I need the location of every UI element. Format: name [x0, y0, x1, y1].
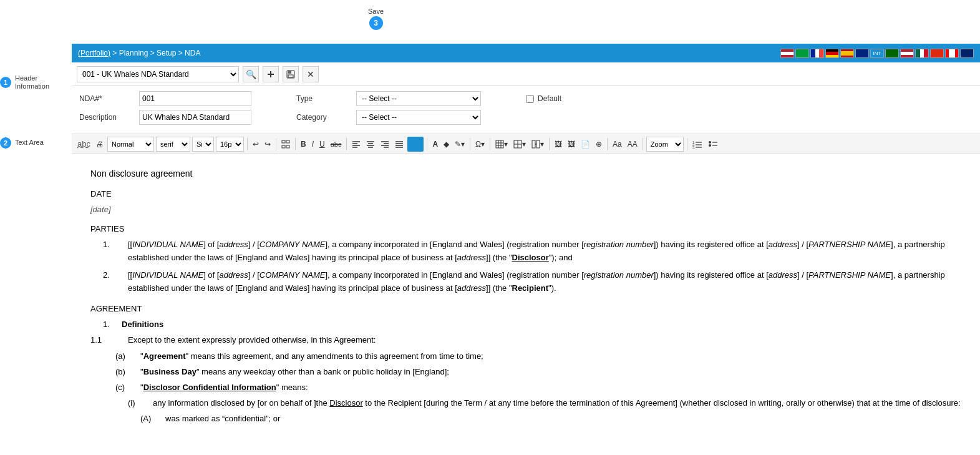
fields-row-2: Description Category -- Select -- [79, 110, 973, 125]
page-wrapper: Save 3 1 Header Information 2 Text Area … [0, 0, 980, 455]
china-flag[interactable] [930, 49, 944, 58]
nda-input[interactable] [139, 91, 251, 106]
spell-check-btn[interactable]: abc [75, 137, 92, 152]
italic-btn[interactable]: I [310, 137, 316, 152]
svg-text:3.: 3. [692, 145, 695, 149]
party-1-text: [[INDIVIDUAL NAME] of [address] / [COMPA… [128, 238, 961, 265]
svg-rect-4 [288, 75, 293, 77]
text-area-badge: 2 [0, 137, 11, 149]
parties-heading: PARTIES [90, 223, 961, 236]
def-c: (c) "Disclosor Confidential Information"… [90, 381, 961, 394]
divider-10 [643, 138, 643, 150]
unordered-list-btn[interactable] [706, 137, 720, 152]
flags-container: INT [780, 49, 974, 58]
header-fields: NDA#* Type -- Select -- Default Descript… [72, 86, 980, 134]
party-2: 2. [[INDIVIDUAL NAME] of [address] / [CO… [90, 269, 961, 295]
australia-flag[interactable] [855, 49, 869, 58]
add-button[interactable] [263, 66, 279, 82]
font-color-btn[interactable]: A [430, 137, 440, 152]
redo-btn[interactable]: ↪ [263, 137, 273, 152]
align-right-btn[interactable] [379, 137, 391, 152]
header-information-label: 1 Header Information [0, 74, 66, 91]
divider-6 [470, 138, 470, 150]
image2-btn[interactable]: 🖼 [566, 137, 577, 152]
case-upper-btn[interactable]: AA [626, 137, 639, 152]
type-label: Type [296, 94, 346, 103]
section-1-title: Definitions [122, 318, 163, 331]
divider-4 [346, 138, 347, 150]
print-btn[interactable]: 🖨 [94, 137, 105, 152]
portfolio-link[interactable]: (Portfolio) [78, 49, 110, 57]
us-flag[interactable] [780, 49, 794, 58]
omega-btn[interactable]: Ω▾ [473, 137, 487, 152]
type-select[interactable]: -- Select -- [356, 91, 481, 106]
svg-rect-3 [288, 71, 291, 74]
special2-btn[interactable]: ⊕ [594, 137, 604, 152]
svg-point-42 [709, 141, 711, 144]
style-select[interactable]: Normal [107, 137, 154, 152]
france-flag[interactable] [810, 49, 824, 58]
save-button[interactable] [283, 66, 299, 82]
size-label-select[interactable]: Si... [192, 137, 214, 152]
ordered-list-btn[interactable]: 1.2.3. [691, 137, 704, 152]
arabic-flag[interactable] [885, 49, 899, 58]
save-label: Save [368, 7, 384, 15]
insert-col-btn[interactable]: ▾ [512, 137, 528, 152]
divider-1 [247, 138, 248, 150]
nda-select[interactable]: 001 - UK Whales NDA Standard [77, 66, 239, 82]
date-heading: DATE [90, 188, 961, 201]
intl-flag[interactable]: INT [870, 49, 884, 58]
document-content[interactable]: Non disclosure agreement DATE [date] PAR… [72, 154, 980, 454]
divider-11 [687, 138, 687, 150]
doc-title: Non disclosure agreement [90, 167, 961, 180]
svg-rect-7 [282, 145, 285, 148]
case-lower-btn[interactable]: Aa [611, 137, 624, 152]
fullscreen-btn[interactable] [279, 137, 292, 152]
spain-flag[interactable] [840, 49, 854, 58]
divider-8 [549, 138, 550, 150]
highlight-btn[interactable] [407, 137, 424, 152]
undo-btn[interactable]: ↩ [251, 137, 261, 152]
brazil-flag[interactable] [795, 49, 809, 58]
doc-btn[interactable]: 📄 [579, 137, 592, 152]
def-b: (b) "Business Day" means any weekday oth… [90, 366, 961, 379]
us2-flag[interactable] [900, 49, 914, 58]
align-justify-btn[interactable] [393, 137, 405, 152]
party-2-text: [[INDIVIDUAL NAME] of [address] / [COMPA… [128, 269, 961, 295]
breadcrumb-rest: > Planning > Setup > NDA [110, 49, 200, 57]
def-a-text: "Agreement" means this agreement, and an… [140, 350, 483, 363]
search-button[interactable]: 🔍 [243, 66, 259, 82]
close-button[interactable]: ✕ [303, 66, 319, 82]
divider-7 [490, 138, 490, 150]
party-2-num: 2. [90, 269, 128, 295]
bold-btn[interactable]: B [299, 137, 308, 152]
merge-cells-btn[interactable]: ▾ [530, 137, 546, 152]
svg-rect-34 [536, 140, 540, 148]
uk-flag[interactable] [960, 49, 974, 58]
align-center-btn[interactable] [364, 137, 377, 152]
def-a-label: (a) [90, 350, 140, 363]
def-A-label: (A) [90, 413, 165, 426]
canada-flag[interactable] [945, 49, 959, 58]
table-btn[interactable]: ▾ [493, 137, 510, 152]
description-label: Description [79, 113, 129, 122]
align-left-btn[interactable] [350, 137, 362, 152]
svg-rect-1 [268, 74, 274, 75]
mexico-flag[interactable] [915, 49, 929, 58]
category-select[interactable]: -- Select -- [356, 110, 481, 125]
def-b-text: "Business Day" means any weekday other t… [140, 366, 449, 379]
germany-flag[interactable] [825, 49, 839, 58]
image-btn[interactable]: 🖼 [553, 137, 564, 152]
zoom-select[interactable]: Zoom [646, 137, 684, 152]
underline-btn[interactable]: U [318, 137, 327, 152]
divider-9 [607, 138, 608, 150]
font-size-select[interactable]: 16px [216, 137, 244, 152]
default-checkbox[interactable] [526, 95, 534, 103]
font-select[interactable]: serif [156, 137, 190, 152]
description-input[interactable] [139, 110, 251, 125]
bg-color-btn[interactable]: ◆ [442, 137, 451, 152]
section-1-1-label: 1.1 [90, 334, 128, 347]
strikethrough-btn[interactable]: abc [329, 137, 344, 152]
special-char-btn[interactable]: ✎▾ [453, 137, 467, 152]
def-A-text: was marked as “confidential”; or [165, 413, 280, 426]
